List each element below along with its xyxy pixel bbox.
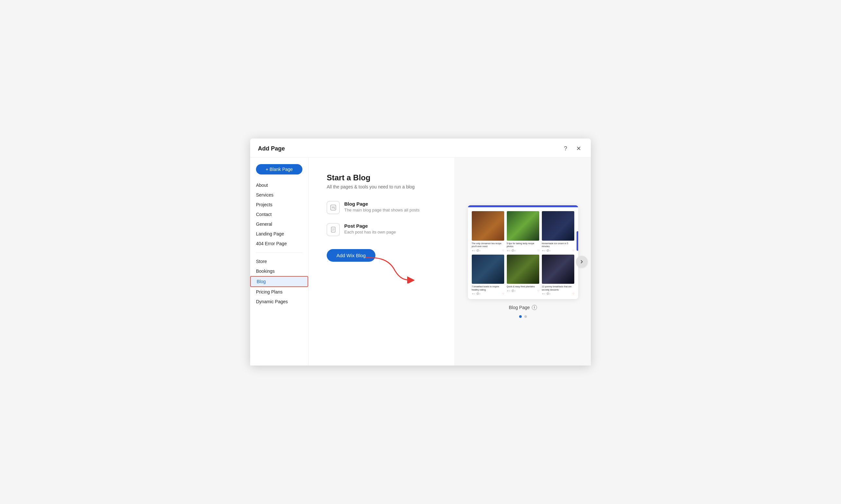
sidebar-group-1: About Services Projects Contact General … xyxy=(250,180,308,248)
header-actions: ? ✕ xyxy=(562,144,583,153)
preview-cell-meta-1: 👁 0💬 0 ♡ xyxy=(472,249,504,252)
post-page-desc: Each post has its own page xyxy=(344,230,396,234)
preview-cell-title-3: Homemade ice cream in 5 minutes xyxy=(542,242,574,248)
preview-img-cinnamon xyxy=(472,211,504,241)
blog-page-icon xyxy=(327,201,340,214)
blog-page-title: Blog Page xyxy=(344,201,419,206)
preview-cell-title-1: The only cinnamon tea recipe you'll ever… xyxy=(472,242,504,248)
sidebar-item-pricing-plans[interactable]: Pricing Plans xyxy=(250,287,308,297)
sidebar-item-dynamic-pages[interactable]: Dynamic Pages xyxy=(250,297,308,306)
blog-page-option: Blog Page The main blog page that shows … xyxy=(327,201,436,214)
sidebar-item-blog[interactable]: Blog xyxy=(250,276,308,287)
sidebar-item-general[interactable]: General xyxy=(250,219,308,229)
dialog-title: Add Page xyxy=(258,145,285,152)
right-accent xyxy=(576,231,578,251)
sidebar-divider xyxy=(256,252,302,253)
dialog-header: Add Page ? ✕ xyxy=(250,139,591,158)
preview-next-button[interactable] xyxy=(576,256,588,268)
preview-cell-2: 5 tips for taking tasty recipe photos 👁 … xyxy=(507,211,539,252)
preview-img-salad xyxy=(507,211,539,241)
sidebar-group-2: Store Bookings Blog Pricing Plans Dynami… xyxy=(250,256,308,306)
preview-cell-meta-3: 👁 0💬 0 ♡ xyxy=(542,249,574,252)
sidebar-item-landing-page[interactable]: Landing Page xyxy=(250,229,308,239)
preview-cell-meta-4: 👁 0💬 0 ♡ xyxy=(472,292,504,295)
sidebar-item-projects[interactable]: Projects xyxy=(250,200,308,210)
main-title: Start a Blog xyxy=(327,173,436,182)
sidebar-item-bookings[interactable]: Bookings xyxy=(250,266,308,276)
preview-cell-1: The only cinnamon tea recipe you'll ever… xyxy=(472,211,504,252)
preview-cell-meta-5: 👁 0💬 0 ♡ xyxy=(507,290,539,292)
close-button[interactable]: ✕ xyxy=(574,144,583,153)
preview-cell-title-6: 12 yummy breakfasts that are secretly de… xyxy=(542,285,574,291)
preview-cell-6: 12 yummy breakfasts that are secretly de… xyxy=(542,255,574,295)
preview-card: The only cinnamon tea recipe you'll ever… xyxy=(468,205,578,299)
preview-label-text: Blog Page xyxy=(509,305,530,310)
preview-cell-title-5: Quick & easy fried plantains xyxy=(507,285,539,288)
preview-cell-4: 7 breakfast bowls to inspire healthy eat… xyxy=(472,255,504,295)
preview-label: Blog Page ℹ xyxy=(509,305,537,310)
sidebar-item-404-error-page[interactable]: 404 Error Page xyxy=(250,239,308,248)
post-page-text: Post Page Each post has its own page xyxy=(344,223,396,234)
preview-img-banana xyxy=(507,255,539,284)
preview-img-bowl xyxy=(472,255,504,284)
post-page-icon xyxy=(327,223,340,236)
preview-panel: The only cinnamon tea recipe you'll ever… xyxy=(454,158,591,365)
blog-page-text: Blog Page The main blog page that shows … xyxy=(344,201,419,212)
svg-rect-0 xyxy=(330,205,336,210)
preview-cell-title-2: 5 tips for taking tasty recipe photos xyxy=(507,242,539,248)
sidebar-item-contact[interactable]: Contact xyxy=(250,210,308,219)
help-button[interactable]: ? xyxy=(562,145,569,153)
preview-dots xyxy=(519,315,527,318)
preview-cell-3: Homemade ice cream in 5 minutes 👁 0💬 0 ♡ xyxy=(542,211,574,252)
sidebar-item-services[interactable]: Services xyxy=(250,190,308,200)
dialog-body: + Blank Page About Services Projects Con… xyxy=(250,158,591,365)
sidebar-item-store[interactable]: Store xyxy=(250,256,308,266)
main-content: Start a Blog All the pages & tools you n… xyxy=(308,158,454,365)
preview-info-icon[interactable]: ℹ xyxy=(532,305,537,310)
preview-dot-2[interactable] xyxy=(524,315,527,318)
post-page-option: Post Page Each post has its own page xyxy=(327,223,436,236)
preview-cell-meta-6: 👁 0💬 0 ♡ xyxy=(542,292,574,295)
preview-cell-title-4: 7 breakfast bowls to inspire healthy eat… xyxy=(472,285,504,291)
preview-img-dessert xyxy=(542,255,574,284)
preview-grid: The only cinnamon tea recipe you'll ever… xyxy=(468,207,578,299)
add-page-dialog: Add Page ? ✕ + Blank Page About Services… xyxy=(250,139,591,365)
blank-page-button[interactable]: + Blank Page xyxy=(256,164,302,175)
sidebar: + Blank Page About Services Projects Con… xyxy=(250,158,308,365)
add-blog-container: Add Wix Blog xyxy=(327,245,436,262)
preview-img-icecream xyxy=(542,211,574,241)
preview-cell-5: Quick & easy fried plantains 👁 0💬 0 ♡ xyxy=(507,255,539,295)
add-wix-blog-button[interactable]: Add Wix Blog xyxy=(327,249,375,262)
blog-page-desc: The main blog page that shows all posts xyxy=(344,208,419,212)
preview-dot-1[interactable] xyxy=(519,315,522,318)
preview-cell-meta-2: 👁 0💬 0 ♡ xyxy=(507,249,539,252)
post-page-title: Post Page xyxy=(344,223,396,229)
main-subtitle: All the pages & tools you need to run a … xyxy=(327,184,436,190)
sidebar-item-about[interactable]: About xyxy=(250,180,308,190)
